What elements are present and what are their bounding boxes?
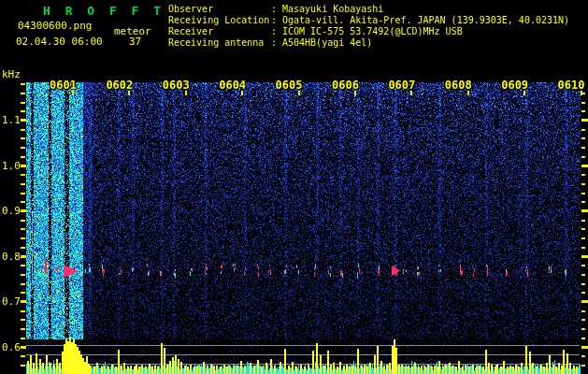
x-tick-label: 0610	[558, 79, 585, 92]
hrofft-window: H R O F F T 04300600.png meteor 02.04.30…	[0, 0, 588, 374]
y-tick-label: 0.7	[2, 295, 21, 308]
x-tick-label: 0609	[501, 79, 528, 92]
info-row-label: Receiving Location	[168, 15, 271, 26]
info-row-colon: :	[271, 37, 282, 49]
y-axis-unit-label: kHz	[2, 68, 21, 80]
x-tick-label: 0603	[163, 79, 190, 92]
y-tick-label: 0.6	[2, 341, 21, 353]
info-row-label: Receiving antenna	[168, 37, 271, 49]
info-row: Receiving Location:Ogata-vill. Akita-Pre…	[168, 15, 569, 26]
info-row-value: ICOM IC-575 53.7492(@LCD)MHz USB	[282, 26, 463, 37]
x-tick-label: 0606	[332, 79, 359, 92]
meteor-count: 37	[129, 36, 141, 48]
info-row-label: Observer	[168, 4, 271, 15]
station-info-block: Observer:Masayuki KobayashiReceiving Loc…	[168, 4, 569, 49]
y-tick-label: 0.8	[2, 251, 21, 263]
datetime-label: 02.04.30 06:00	[16, 36, 103, 48]
info-row: Receiver:ICOM IC-575 53.7492(@LCD)MHz US…	[168, 26, 569, 37]
y-tick-label: 1.0	[2, 160, 21, 172]
info-row-label: Receiver	[168, 26, 271, 37]
info-row-value: A504HB(yagi 4el)	[282, 37, 372, 49]
info-row-value: Ogata-vill. Akita-Pref. JAPAN (139.9303E…	[282, 15, 569, 26]
y-tick-label: 0.9	[2, 205, 21, 217]
info-row-colon: :	[271, 4, 282, 15]
info-row-colon: :	[271, 15, 282, 26]
x-tick-label: 0605	[276, 79, 303, 92]
spectrogram-canvas	[0, 0, 588, 374]
info-row: Observer:Masayuki Kobayashi	[168, 4, 569, 15]
x-tick-label: 0601	[50, 79, 77, 92]
x-tick-label: 0608	[445, 79, 472, 92]
file-name: 04300600.png	[18, 20, 92, 32]
x-tick-label: 0607	[388, 79, 415, 92]
info-row-colon: :	[271, 26, 282, 37]
info-row: Receiving antenna:A504HB(yagi 4el)	[168, 37, 569, 49]
info-row-value: Masayuki Kobayashi	[282, 4, 383, 15]
x-tick-label: 0604	[219, 79, 246, 92]
app-title: H R O F F T	[43, 4, 165, 18]
x-tick-label: 0602	[106, 79, 133, 92]
y-tick-label: 1.1	[2, 114, 21, 126]
